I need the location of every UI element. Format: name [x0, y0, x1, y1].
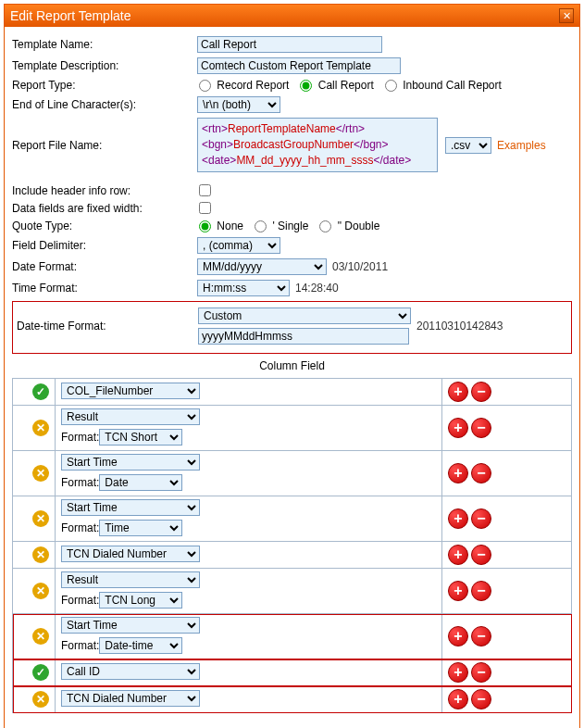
label-template-name: Template Name:	[12, 38, 197, 51]
column-row: ✓Call ID+−	[13, 659, 572, 686]
column-row: ✕ResultFormat: TCN Short+−	[13, 406, 572, 451]
column-field-select[interactable]: COL_FileNumber	[61, 383, 200, 399]
include-header-checkbox[interactable]	[199, 184, 211, 196]
status-ok-icon: ✓	[32, 383, 49, 400]
column-row: ✕ResultFormat: TCN Long+−	[13, 569, 572, 614]
eol-select[interactable]: \r\n (both)	[197, 96, 280, 113]
label-file-name: Report File Name:	[12, 139, 197, 152]
status-warn-icon: ✕	[32, 510, 49, 527]
radio-inbound-call-report[interactable]: Inbound Call Report	[383, 79, 502, 92]
column-field-select[interactable]: Start Time	[61, 499, 200, 516]
remove-row-icon[interactable]: −	[471, 689, 491, 709]
column-field-select[interactable]: Result	[61, 571, 200, 588]
label-field-delim: Field Delimiter:	[12, 239, 197, 252]
radio-call-report[interactable]: Call Report	[298, 79, 373, 92]
column-row: ✕Start TimeFormat: Time+−	[13, 496, 572, 542]
status-warn-icon: ✕	[32, 420, 49, 436]
examples-link[interactable]: Examples	[497, 139, 546, 152]
add-row-icon[interactable]: +	[448, 382, 468, 402]
column-row: ✕TCN Dialed Number+−	[13, 686, 572, 713]
fixed-width-checkbox[interactable]	[199, 202, 211, 214]
close-icon[interactable]: ✕	[559, 8, 574, 23]
datetime-custom-input[interactable]	[198, 328, 409, 345]
remove-row-icon[interactable]: −	[471, 508, 491, 529]
column-row: ✕Start TimeFormat: Date+−	[13, 451, 572, 496]
date-format-select[interactable]: MM/dd/yyyy	[197, 258, 327, 275]
window-title: Edit Report Template	[10, 8, 130, 23]
date-format-sample: 03/10/2011	[332, 260, 388, 273]
remove-row-icon[interactable]: −	[471, 418, 491, 438]
format-label: Format:	[61, 594, 99, 607]
column-field-select[interactable]: TCN Dialed Number	[61, 546, 200, 562]
status-ok-icon: ✓	[32, 664, 49, 681]
status-warn-icon: ✕	[32, 546, 49, 563]
template-desc-input[interactable]	[197, 57, 401, 74]
time-format-sample: 14:28:40	[295, 282, 339, 295]
label-eol: End of Line Character(s):	[12, 98, 197, 111]
add-row-icon[interactable]: +	[448, 418, 468, 438]
report-type-group: Record Report Call Report Inbound Call R…	[197, 79, 502, 92]
add-row-icon[interactable]: +	[448, 689, 468, 709]
status-warn-icon: ✕	[32, 465, 49, 482]
add-row-icon[interactable]: +	[448, 581, 468, 601]
column-table: ✓COL_FileNumber+−✕ResultFormat: TCN Shor…	[12, 378, 572, 713]
column-field-header: Column Field	[12, 359, 572, 372]
datetime-highlight-box: Date-time Format: Custom 20110310142843	[12, 301, 572, 354]
format-select[interactable]: Date-time	[99, 637, 182, 654]
status-warn-icon: ✕	[32, 691, 49, 708]
radio-quote-double[interactable]: " Double	[317, 220, 379, 232]
remove-row-icon[interactable]: −	[471, 545, 491, 565]
column-field-select[interactable]: Start Time	[61, 454, 200, 471]
dialog: Edit Report Template ✕ Template Name: Te…	[4, 4, 580, 728]
format-label: Format:	[61, 476, 99, 489]
label-fixed-width: Data fields are fixed width:	[12, 202, 197, 215]
column-row: ✕TCN Dialed Number+−	[13, 542, 572, 569]
format-select[interactable]: TCN Short	[99, 429, 182, 446]
label-quote-type: Quote Type:	[12, 220, 197, 232]
label-date-format: Date Format:	[12, 260, 197, 273]
add-row-icon[interactable]: +	[448, 662, 468, 683]
remove-row-icon[interactable]: −	[471, 662, 491, 683]
status-warn-icon: ✕	[32, 628, 49, 645]
status-warn-icon: ✕	[32, 583, 49, 599]
format-label: Format:	[61, 639, 99, 652]
column-row: ✕Start TimeFormat: Date-time+−	[13, 614, 572, 659]
field-delim-select[interactable]: , (comma)	[197, 237, 280, 254]
label-report-type: Report Type:	[12, 79, 197, 92]
column-field-select[interactable]: Call ID	[61, 663, 200, 680]
report-file-name-input[interactable]: <rtn>ReportTemplateName</rtn> <bgn>Broad…	[197, 118, 438, 171]
column-field-select[interactable]: TCN Dialed Number	[61, 690, 200, 707]
titlebar: Edit Report Template ✕	[5, 5, 579, 27]
label-time-format: Time Format:	[12, 282, 197, 295]
label-include-header: Include header info row:	[12, 184, 197, 197]
column-row: ✓COL_FileNumber+−	[13, 379, 572, 406]
quote-type-group: None ' Single " Double	[197, 220, 379, 232]
column-field-select[interactable]: Start Time	[61, 617, 200, 634]
label-template-desc: Template Description:	[12, 59, 197, 72]
add-row-icon[interactable]: +	[448, 463, 468, 483]
datetime-sample: 20110310142843	[416, 320, 503, 333]
radio-quote-single[interactable]: ' Single	[253, 220, 308, 232]
add-row-icon[interactable]: +	[448, 626, 468, 646]
form-body: Template Name: Template Description: Rep…	[5, 27, 579, 721]
add-row-icon[interactable]: +	[448, 508, 468, 529]
datetime-format-select[interactable]: Custom	[198, 308, 411, 324]
radio-quote-none[interactable]: None	[197, 220, 243, 232]
radio-record-report[interactable]: Record Report	[197, 79, 289, 92]
file-ext-select[interactable]: .csv	[445, 137, 491, 154]
add-row-icon[interactable]: +	[448, 545, 468, 565]
format-select[interactable]: Date	[99, 474, 182, 491]
footer: Save Cancel	[5, 721, 579, 728]
remove-row-icon[interactable]: −	[471, 382, 491, 402]
remove-row-icon[interactable]: −	[471, 463, 491, 483]
format-select[interactable]: Time	[99, 520, 182, 536]
column-field-select[interactable]: Result	[61, 408, 200, 425]
remove-row-icon[interactable]: −	[471, 626, 491, 646]
remove-row-icon[interactable]: −	[471, 581, 491, 601]
format-label: Format:	[61, 431, 99, 444]
template-name-input[interactable]	[197, 36, 382, 53]
label-datetime-format: Date-time Format:	[17, 320, 198, 333]
format-select[interactable]: TCN Long	[99, 592, 182, 609]
time-format-select[interactable]: H:mm:ss	[197, 280, 290, 296]
format-label: Format:	[61, 521, 99, 534]
